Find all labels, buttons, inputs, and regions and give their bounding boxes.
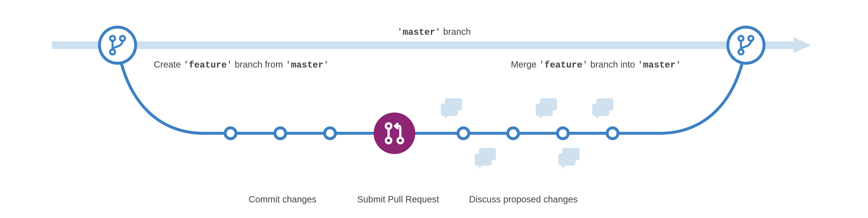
commit-node (607, 128, 618, 139)
create-branch-label: Create 'feature' branch from 'master' (154, 59, 329, 70)
commit-node (225, 128, 236, 139)
speech-bubble-icon (592, 98, 614, 119)
speech-bubble-icon (558, 148, 580, 169)
commit-node (557, 128, 568, 139)
commit-node (324, 128, 336, 139)
master-branch-arrow (52, 37, 811, 53)
svg-point-10 (374, 113, 415, 154)
submit-pr-label: Submit Pull Request (357, 194, 439, 205)
commit-changes-label: Commit changes (249, 194, 316, 205)
feature-branch-path (118, 45, 746, 133)
svg-rect-6 (52, 41, 794, 49)
commit-node (458, 128, 469, 139)
speech-bubble-icon (536, 98, 557, 119)
svg-marker-7 (794, 37, 811, 53)
discussion-bubbles-below (475, 148, 580, 169)
merge-branch-label: Merge 'feature' branch into 'master' (511, 59, 681, 70)
speech-bubble-icon (475, 148, 496, 169)
pull-request-node (374, 113, 415, 154)
github-flow-diagram: 'master' branch Create 'feature' branch … (0, 0, 868, 218)
commit-node (275, 128, 286, 139)
commit-node (508, 128, 519, 139)
discussion-bubbles-above (441, 98, 614, 119)
discuss-changes-label: Discuss proposed changes (469, 194, 578, 205)
master-branch-label: 'master' branch (0, 27, 868, 37)
speech-bubble-icon (441, 98, 462, 119)
